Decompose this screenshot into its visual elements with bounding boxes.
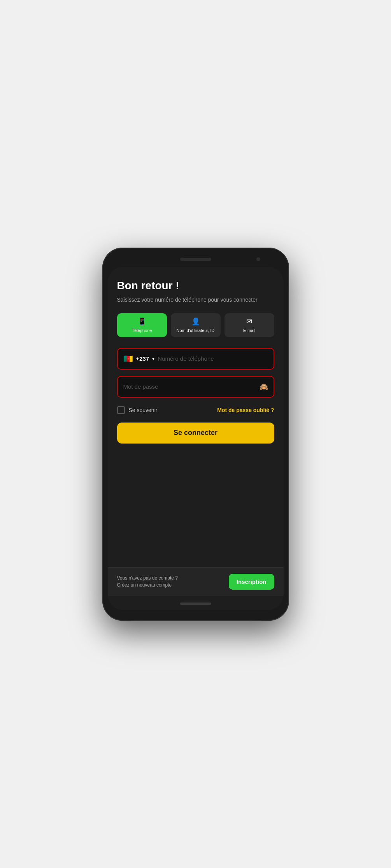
remember-left: Se souvenir <box>117 406 158 414</box>
bottom-bar: Vous n'avez pas de compte ? Créez un nou… <box>108 567 284 596</box>
phone-notch <box>108 253 284 265</box>
inscription-button[interactable]: Inscription <box>229 574 274 590</box>
tab-email[interactable]: ✉ E-mail <box>224 313 274 337</box>
tab-email-label: E-mail <box>243 328 255 333</box>
phone-tab-icon: 📱 <box>138 317 146 326</box>
remember-label: Se souvenir <box>129 407 158 413</box>
phone-device: Bon retour ! Saisissez votre numéro de t… <box>102 248 289 621</box>
no-account-text: Vous n'avez pas de compte ? Créez un nou… <box>117 575 178 589</box>
connect-button[interactable]: Se connecter <box>117 423 274 444</box>
home-bar-pill <box>180 603 211 605</box>
country-dropdown-arrow[interactable]: ▾ <box>152 356 154 362</box>
user-tab-icon: 👤 <box>191 317 200 326</box>
greeting-title: Bon retour ! <box>117 279 274 292</box>
toggle-password-icon[interactable]: 🙈 <box>259 382 268 391</box>
spacer <box>117 450 274 567</box>
no-account-line2: Créez un nouveau compte <box>117 582 172 588</box>
no-account-line1: Vous n'avez pas de compte ? <box>117 575 178 581</box>
tab-telephone-label: Téléphone <box>132 328 152 333</box>
remember-checkbox[interactable] <box>117 406 125 414</box>
password-input[interactable] <box>123 383 256 390</box>
login-tabs: 📱 Téléphone 👤 Nom d'utilisateur, ID ✉ E-… <box>117 313 274 337</box>
phone-speaker <box>180 258 211 261</box>
country-flag: 🇨🇲 <box>123 354 133 363</box>
phone-home-bar <box>108 597 284 610</box>
tab-telephone[interactable]: 📱 Téléphone <box>117 313 167 337</box>
screen-content: Bon retour ! Saisissez votre numéro de t… <box>108 267 284 596</box>
password-input-wrapper: 🙈 <box>117 376 274 398</box>
forgot-password-link[interactable]: Mot de passe oublié ? <box>217 407 274 413</box>
tab-username[interactable]: 👤 Nom d'utilisateur, ID <box>171 313 221 337</box>
country-code: +237 <box>136 355 149 362</box>
phone-input-wrapper: 🇨🇲 +237 ▾ <box>117 348 274 370</box>
email-tab-icon: ✉ <box>246 317 252 326</box>
tab-username-label: Nom d'utilisateur, ID <box>176 328 214 333</box>
phone-number-input[interactable] <box>158 355 268 362</box>
greeting-subtitle: Saisissez votre numéro de téléphone pour… <box>117 296 274 304</box>
phone-camera <box>256 257 260 261</box>
remember-row: Se souvenir Mot de passe oublié ? <box>117 406 274 414</box>
phone-screen: Bon retour ! Saisissez votre numéro de t… <box>108 267 284 610</box>
